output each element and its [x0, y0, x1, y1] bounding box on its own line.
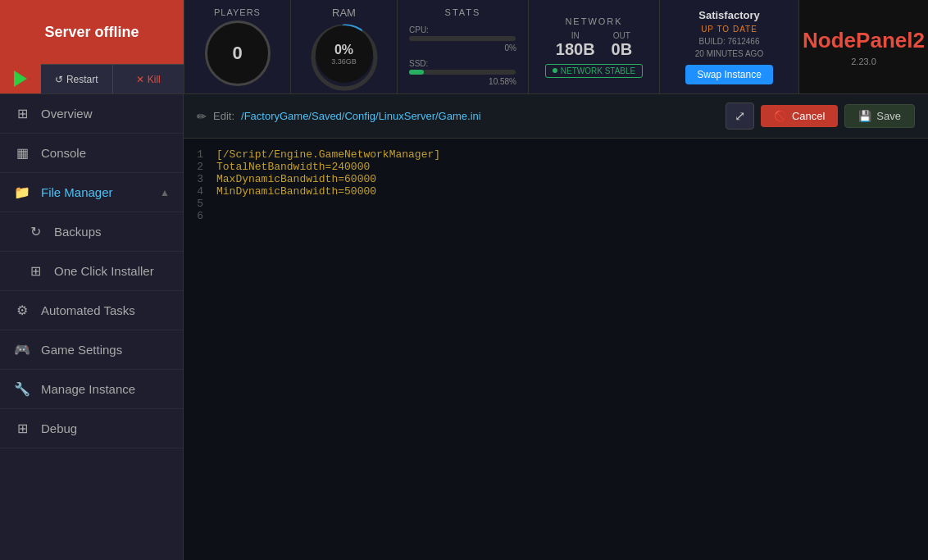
line-content-3: MaxDynamicBandwidth=60000	[216, 173, 376, 185]
line-content-4: MinDynamicBandwidth=50000	[216, 185, 376, 198]
cpu-bar-bg	[409, 36, 516, 41]
players-display: 0	[205, 20, 271, 86]
satisfactory-status: UP TO DATE	[701, 25, 757, 34]
manage-instance-icon: 🔧	[13, 381, 31, 397]
satisfactory-panel: Satisfactory UP TO DATE BUILD: 7612466 2…	[659, 0, 798, 93]
satisfactory-time: 20 MINUTES AGO	[695, 49, 763, 58]
line-number-5: 5	[184, 198, 216, 210]
sidebar-item-overview[interactable]: ⊞ Overview	[0, 94, 183, 134]
ram-inner: 0% 3.36GB	[316, 25, 373, 83]
sidebar-item-one-click-installer[interactable]: ⊞ One Click Installer	[0, 252, 183, 291]
sidebar-item-label-one-click: One Click Installer	[54, 264, 154, 278]
save-button[interactable]: 💾 Save	[844, 104, 915, 128]
fullscreen-button[interactable]: ⤢	[726, 102, 754, 130]
overview-icon: ⊞	[13, 106, 31, 121]
ssd-pct: 10.58%	[409, 77, 516, 86]
line-number-6: 6	[184, 210, 216, 222]
players-panel: PLAYERS 0	[184, 0, 290, 93]
restart-icon: ↺	[55, 74, 63, 85]
network-title: NETWORK	[565, 16, 622, 26]
ssd-stat-row: SSD: 10.58%	[409, 59, 516, 86]
network-panel: NETWORK IN 180B OUT 0B NETWORK STABLE	[528, 0, 659, 93]
file-path: /FactoryGame/Saved/Config/LinuxServer/Ga…	[241, 110, 481, 122]
nodepanel-panel: NodePanel2 2.23.0	[798, 0, 928, 93]
swap-instance-button[interactable]: Swap Instance	[685, 65, 773, 84]
cancel-label: Cancel	[792, 110, 825, 122]
network-io: IN 180B OUT 0B	[556, 31, 632, 59]
nodepanel-logo: NodePanel2	[803, 28, 925, 53]
sidebar-item-manage-instance[interactable]: 🔧 Manage Instance	[0, 370, 183, 409]
server-actions: ↺ Restart ✕ Kill	[0, 64, 184, 93]
sidebar-item-label-backups: Backups	[54, 225, 102, 239]
line-number-2: 2	[184, 161, 216, 173]
network-stable-badge: NETWORK STABLE	[545, 64, 644, 78]
sidebar-item-console[interactable]: ▦ Console	[0, 134, 183, 173]
cancel-button[interactable]: 🚫 Cancel	[761, 105, 838, 127]
line-number-3: 3	[184, 173, 216, 185]
stats-title: STATS	[409, 7, 516, 17]
players-label: PLAYERS	[214, 7, 261, 17]
line-number-1: 1	[184, 148, 216, 161]
nodepanel-name: NodePanel	[803, 28, 912, 52]
server-status-label: Server offline	[44, 24, 139, 41]
ssd-label: SSD:	[409, 59, 516, 68]
ssd-bar-bg	[409, 70, 516, 75]
ram-percent: 0%	[334, 43, 353, 57]
automated-tasks-icon: ⚙	[13, 303, 31, 318]
kill-button[interactable]: ✕ Kill	[112, 64, 184, 93]
server-status-panel: Server offline ↺ Restart ✕ Kill	[0, 0, 184, 93]
top-bar: Server offline ↺ Restart ✕ Kill PLAYERS …	[0, 0, 928, 94]
cancel-icon: 🚫	[774, 110, 787, 122]
sidebar-item-debug[interactable]: ⊞ Debug	[0, 409, 183, 448]
network-out-block: OUT 0B	[612, 31, 633, 59]
kill-icon: ✕	[136, 74, 144, 85]
network-in-label: IN	[571, 31, 580, 40]
sidebar-item-label-game-settings: Game Settings	[41, 343, 122, 357]
ram-label: RAM	[332, 7, 356, 19]
sidebar-item-automated-tasks[interactable]: ⚙ Automated Tasks	[0, 291, 183, 330]
ram-circle: 0% 3.36GB	[307, 20, 381, 87]
code-line-6: 6	[184, 210, 928, 222]
edit-pencil-icon: ✏	[197, 110, 207, 123]
console-icon: ▦	[13, 145, 31, 161]
network-stable-label: NETWORK STABLE	[561, 66, 636, 75]
server-offline-bar: Server offline	[0, 0, 184, 64]
game-settings-icon: 🎮	[13, 342, 31, 357]
sidebar-item-label-file-manager: File Manager	[41, 185, 113, 199]
line-content-2: TotalNetBandwidth=240000	[216, 161, 370, 173]
sidebar-item-label-manage: Manage Instance	[41, 382, 135, 396]
code-editor[interactable]: 1 [/Script/Engine.GameNetworkManager] 2 …	[184, 139, 928, 560]
sidebar-item-label-automated: Automated Tasks	[41, 303, 135, 317]
sidebar: ⊞ Overview ▦ Console 📁 File Manager ▲ ↻ …	[0, 94, 184, 560]
ssd-bar-fill	[409, 70, 424, 75]
network-stable-dot	[553, 68, 557, 73]
players-value: 0	[232, 43, 242, 64]
main-layout: ⊞ Overview ▦ Console 📁 File Manager ▲ ↻ …	[0, 94, 928, 560]
file-manager-arrow-icon: ▲	[160, 187, 170, 198]
ram-gb: 3.36GB	[331, 57, 357, 66]
code-line-2: 2 TotalNetBandwidth=240000	[184, 161, 928, 173]
stats-panel: STATS CPU: 0% SSD: 10.58%	[397, 0, 528, 93]
backups-icon: ↻	[26, 224, 44, 239]
nodepanel-version: 2.23.0	[851, 57, 876, 66]
start-button[interactable]	[0, 64, 41, 93]
network-in-value: 180B	[556, 40, 595, 59]
sidebar-item-label-overview: Overview	[41, 107, 93, 121]
network-in-block: IN 180B	[556, 31, 595, 59]
line-number-4: 4	[184, 185, 216, 198]
code-line-4: 4 MinDynamicBandwidth=50000	[184, 185, 928, 198]
sidebar-item-file-manager[interactable]: 📁 File Manager ▲	[0, 173, 183, 212]
network-out-label: OUT	[613, 31, 630, 40]
sidebar-item-backups[interactable]: ↻ Backups	[0, 212, 183, 252]
editor-breadcrumb: ✏ Edit: /FactoryGame/Saved/Config/LinuxS…	[197, 110, 481, 123]
cpu-stat-row: CPU: 0%	[409, 25, 516, 52]
kill-label: Kill	[148, 74, 161, 85]
edit-label: Edit:	[213, 110, 234, 122]
code-line-1: 1 [/Script/Engine.GameNetworkManager]	[184, 148, 928, 161]
editor-actions: ⤢ 🚫 Cancel 💾 Save	[726, 102, 915, 130]
one-click-icon: ⊞	[26, 263, 44, 279]
line-content-6	[216, 210, 223, 222]
restart-button[interactable]: ↺ Restart	[41, 64, 112, 93]
sidebar-item-game-settings[interactable]: 🎮 Game Settings	[0, 330, 183, 370]
satisfactory-title: Satisfactory	[698, 9, 759, 21]
